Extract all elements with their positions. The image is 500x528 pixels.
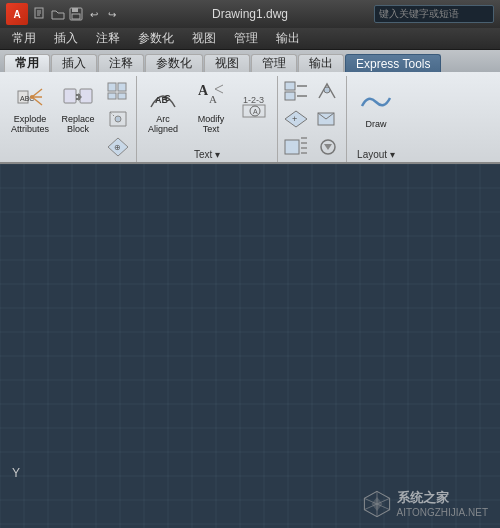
modify-btn-6[interactable] <box>314 134 342 160</box>
ribbon-group-modify: + <box>278 76 347 162</box>
svg-text:A: A <box>253 108 258 115</box>
svg-rect-5 <box>72 8 78 12</box>
tab-zhushi[interactable]: 注释 <box>98 54 144 72</box>
svg-marker-51 <box>371 497 382 511</box>
menu-item-zhushi[interactable]: 注释 <box>88 28 128 49</box>
ribbon-group-text: AB C ArcAligned A A <box>137 76 278 162</box>
tab-guanli[interactable]: 管理 <box>251 54 297 72</box>
text-group-content: AB C ArcAligned A A <box>141 76 273 147</box>
save-icon[interactable] <box>68 6 84 22</box>
tab-shitu[interactable]: 视图 <box>204 54 250 72</box>
svg-text:A: A <box>198 83 209 98</box>
svg-rect-19 <box>118 93 126 99</box>
autocad-logo: A <box>6 3 28 25</box>
title-bar: A ↩ ↪ Drawing1.dwg 键入关键字或短语 <box>0 0 500 28</box>
svg-rect-34 <box>285 82 295 90</box>
menu-item-guanli[interactable]: 管理 <box>226 28 266 49</box>
svg-line-21 <box>110 112 114 116</box>
modify-btn-4[interactable] <box>314 78 342 104</box>
menu-item-canshuhua[interactable]: 参数化 <box>130 28 182 49</box>
svg-rect-39 <box>285 140 299 154</box>
new-icon[interactable] <box>32 6 48 22</box>
tab-charu[interactable]: 插入 <box>51 54 97 72</box>
svg-text:C: C <box>164 93 171 103</box>
logo-area: A ↩ ↪ <box>6 3 120 25</box>
blocks-small-buttons: ⊕ <box>104 78 132 160</box>
replace-block-icon <box>62 81 94 113</box>
modify-text-label: ModifyText <box>198 115 225 135</box>
replace-block-label: Replace Block <box>58 115 98 135</box>
modify-col-2 <box>314 78 342 160</box>
modify-btn-3[interactable] <box>282 134 310 160</box>
svg-point-44 <box>324 87 330 93</box>
svg-text:A: A <box>209 93 217 105</box>
menu-item-shuchu[interactable]: 输出 <box>268 28 308 49</box>
tab-shuchu[interactable]: 输出 <box>298 54 344 72</box>
text-group-label[interactable]: Text ▾ <box>141 147 273 162</box>
svg-rect-16 <box>108 83 116 91</box>
svg-text:1-2-3: 1-2-3 <box>243 95 264 105</box>
text-numbered-button[interactable]: 1-2-3 A <box>237 78 273 138</box>
draw-button[interactable]: Draw <box>351 78 401 138</box>
menu-item-changyong[interactable]: 常用 <box>4 28 44 49</box>
menu-item-charu[interactable]: 插入 <box>46 28 86 49</box>
svg-point-12 <box>30 95 34 99</box>
open-icon[interactable] <box>50 6 66 22</box>
watermark-text-area: 系统之家 AITONGZHIJIA.NET <box>397 489 489 518</box>
modify-text-icon: A A <box>195 81 227 113</box>
replace-block-button[interactable]: Replace Block <box>56 78 100 138</box>
explode-attributes-button[interactable]: ABC ExplodeAttributes <box>8 78 52 138</box>
redo-icon[interactable]: ↪ <box>104 6 120 22</box>
arc-aligned-button[interactable]: AB C ArcAligned <box>141 78 185 138</box>
drawing-canvas[interactable]: Y 系统之家 AITONGZHIJIA.NET <box>0 164 500 528</box>
modify-btn-1[interactable] <box>282 78 310 104</box>
blocks-small-btn-2[interactable] <box>104 106 132 132</box>
blocks-small-btn-3[interactable]: ⊕ <box>104 134 132 160</box>
draw-icon <box>360 86 392 118</box>
svg-rect-18 <box>108 93 116 99</box>
svg-rect-35 <box>285 92 295 100</box>
menu-bar: 常用 插入 注释 参数化 视图 管理 输出 <box>0 28 500 50</box>
tab-express[interactable]: Express Tools <box>345 54 441 72</box>
arc-aligned-icon: AB C <box>147 81 179 113</box>
svg-line-28 <box>215 85 223 89</box>
menu-item-shitu[interactable]: 视图 <box>184 28 224 49</box>
modify-text-button[interactable]: A A ModifyText <box>189 78 233 138</box>
modify-btn-2[interactable]: + <box>282 106 310 132</box>
search-box[interactable]: 键入关键字或短语 <box>374 5 494 23</box>
svg-point-20 <box>115 116 121 122</box>
tab-canshuhua[interactable]: 参数化 <box>145 54 203 72</box>
svg-rect-13 <box>64 89 76 103</box>
text-numbered-icon: 1-2-3 A <box>239 91 271 123</box>
layout-group-label[interactable]: Layout ▾ <box>351 147 401 162</box>
modify-col-1: + <box>282 78 310 160</box>
tab-changyong[interactable]: 常用 <box>4 54 50 72</box>
ribbon-tabs: 常用 插入 注释 参数化 视图 管理 输出 Express Tools <box>0 50 500 72</box>
blocks-small-btn-1[interactable] <box>104 78 132 104</box>
ribbon-content: ABC ExplodeAttributes <box>0 72 500 162</box>
ribbon-group-layout: Draw Layout ▾ <box>347 76 405 162</box>
ribbon: 常用 插入 注释 参数化 视图 管理 输出 Express Tools ABC <box>0 50 500 164</box>
document-title: Drawing1.dwg <box>212 7 288 21</box>
watermark-icon <box>363 490 391 518</box>
svg-rect-17 <box>118 83 126 91</box>
modify-group-content: + <box>282 76 342 162</box>
layout-group-content: Draw <box>351 76 401 147</box>
svg-rect-14 <box>80 89 92 103</box>
explode-attributes-label: ExplodeAttributes <box>11 115 49 135</box>
svg-text:+: + <box>292 114 297 124</box>
draw-label: Draw <box>365 120 386 130</box>
svg-rect-6 <box>72 14 80 19</box>
grid-canvas <box>0 164 500 528</box>
blocks-group-content: ABC ExplodeAttributes <box>8 76 132 162</box>
svg-text:⊕: ⊕ <box>114 143 121 152</box>
y-axis-label: Y <box>12 466 20 480</box>
ribbon-group-blocks: ABC ExplodeAttributes <box>4 76 137 162</box>
watermark: 系统之家 AITONGZHIJIA.NET <box>363 489 489 518</box>
quick-access-toolbar: ↩ ↪ <box>32 6 120 22</box>
undo-icon[interactable]: ↩ <box>86 6 102 22</box>
explode-attributes-icon: ABC <box>14 81 46 113</box>
modify-btn-5[interactable] <box>314 106 342 132</box>
arc-aligned-label: ArcAligned <box>148 115 178 135</box>
